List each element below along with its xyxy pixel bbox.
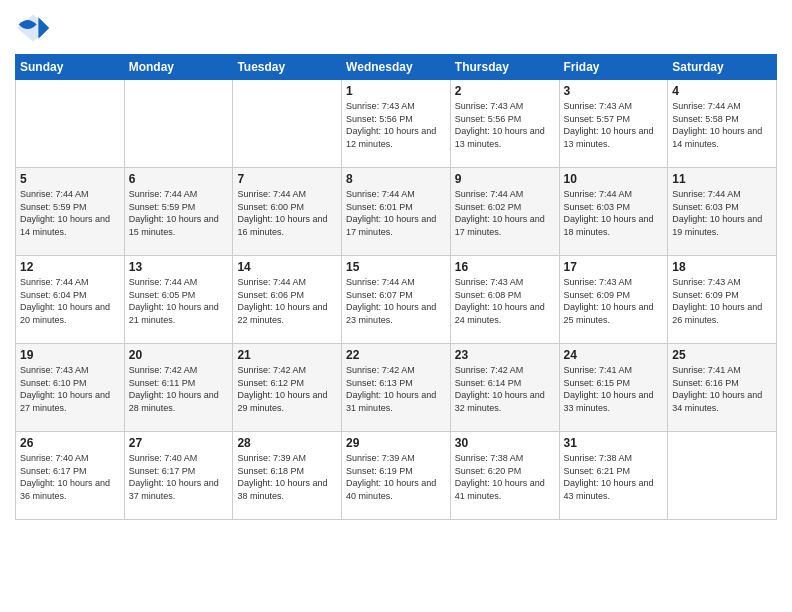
day-info: Sunrise: 7:42 AMSunset: 6:14 PMDaylight:… (455, 364, 555, 414)
day-cell: 23Sunrise: 7:42 AMSunset: 6:14 PMDayligh… (450, 344, 559, 432)
day-info: Sunrise: 7:44 AMSunset: 6:06 PMDaylight:… (237, 276, 337, 326)
week-row-3: 12Sunrise: 7:44 AMSunset: 6:04 PMDayligh… (16, 256, 777, 344)
day-cell (233, 80, 342, 168)
day-number: 20 (129, 348, 229, 362)
day-cell: 28Sunrise: 7:39 AMSunset: 6:18 PMDayligh… (233, 432, 342, 520)
day-number: 22 (346, 348, 446, 362)
day-cell: 4Sunrise: 7:44 AMSunset: 5:58 PMDaylight… (668, 80, 777, 168)
weekday-header-monday: Monday (124, 55, 233, 80)
day-info: Sunrise: 7:40 AMSunset: 6:17 PMDaylight:… (20, 452, 120, 502)
day-cell: 2Sunrise: 7:43 AMSunset: 5:56 PMDaylight… (450, 80, 559, 168)
day-cell: 24Sunrise: 7:41 AMSunset: 6:15 PMDayligh… (559, 344, 668, 432)
day-cell: 31Sunrise: 7:38 AMSunset: 6:21 PMDayligh… (559, 432, 668, 520)
day-cell (668, 432, 777, 520)
day-cell: 26Sunrise: 7:40 AMSunset: 6:17 PMDayligh… (16, 432, 125, 520)
day-info: Sunrise: 7:44 AMSunset: 5:58 PMDaylight:… (672, 100, 772, 150)
day-info: Sunrise: 7:43 AMSunset: 6:09 PMDaylight:… (672, 276, 772, 326)
day-cell: 6Sunrise: 7:44 AMSunset: 5:59 PMDaylight… (124, 168, 233, 256)
week-row-5: 26Sunrise: 7:40 AMSunset: 6:17 PMDayligh… (16, 432, 777, 520)
day-info: Sunrise: 7:38 AMSunset: 6:21 PMDaylight:… (564, 452, 664, 502)
week-row-2: 5Sunrise: 7:44 AMSunset: 5:59 PMDaylight… (16, 168, 777, 256)
day-number: 14 (237, 260, 337, 274)
day-info: Sunrise: 7:41 AMSunset: 6:15 PMDaylight:… (564, 364, 664, 414)
day-number: 1 (346, 84, 446, 98)
day-number: 24 (564, 348, 664, 362)
weekday-header-sunday: Sunday (16, 55, 125, 80)
day-cell: 12Sunrise: 7:44 AMSunset: 6:04 PMDayligh… (16, 256, 125, 344)
day-number: 8 (346, 172, 446, 186)
day-number: 15 (346, 260, 446, 274)
day-cell: 8Sunrise: 7:44 AMSunset: 6:01 PMDaylight… (342, 168, 451, 256)
day-info: Sunrise: 7:42 AMSunset: 6:11 PMDaylight:… (129, 364, 229, 414)
week-row-1: 1Sunrise: 7:43 AMSunset: 5:56 PMDaylight… (16, 80, 777, 168)
day-info: Sunrise: 7:42 AMSunset: 6:12 PMDaylight:… (237, 364, 337, 414)
day-number: 18 (672, 260, 772, 274)
day-info: Sunrise: 7:38 AMSunset: 6:20 PMDaylight:… (455, 452, 555, 502)
day-info: Sunrise: 7:44 AMSunset: 6:07 PMDaylight:… (346, 276, 446, 326)
day-number: 5 (20, 172, 120, 186)
day-cell (124, 80, 233, 168)
day-cell: 5Sunrise: 7:44 AMSunset: 5:59 PMDaylight… (16, 168, 125, 256)
day-cell: 9Sunrise: 7:44 AMSunset: 6:02 PMDaylight… (450, 168, 559, 256)
day-info: Sunrise: 7:43 AMSunset: 5:57 PMDaylight:… (564, 100, 664, 150)
day-number: 25 (672, 348, 772, 362)
day-cell: 10Sunrise: 7:44 AMSunset: 6:03 PMDayligh… (559, 168, 668, 256)
day-cell: 11Sunrise: 7:44 AMSunset: 6:03 PMDayligh… (668, 168, 777, 256)
day-number: 6 (129, 172, 229, 186)
day-number: 7 (237, 172, 337, 186)
day-cell: 20Sunrise: 7:42 AMSunset: 6:11 PMDayligh… (124, 344, 233, 432)
day-number: 21 (237, 348, 337, 362)
day-number: 28 (237, 436, 337, 450)
weekday-header-thursday: Thursday (450, 55, 559, 80)
day-info: Sunrise: 7:44 AMSunset: 6:02 PMDaylight:… (455, 188, 555, 238)
day-number: 23 (455, 348, 555, 362)
day-number: 19 (20, 348, 120, 362)
day-info: Sunrise: 7:42 AMSunset: 6:13 PMDaylight:… (346, 364, 446, 414)
day-cell: 18Sunrise: 7:43 AMSunset: 6:09 PMDayligh… (668, 256, 777, 344)
header (15, 10, 777, 46)
day-number: 27 (129, 436, 229, 450)
day-number: 10 (564, 172, 664, 186)
day-cell: 30Sunrise: 7:38 AMSunset: 6:20 PMDayligh… (450, 432, 559, 520)
day-number: 30 (455, 436, 555, 450)
day-cell: 14Sunrise: 7:44 AMSunset: 6:06 PMDayligh… (233, 256, 342, 344)
weekday-header-wednesday: Wednesday (342, 55, 451, 80)
day-number: 16 (455, 260, 555, 274)
day-info: Sunrise: 7:44 AMSunset: 6:00 PMDaylight:… (237, 188, 337, 238)
day-cell: 13Sunrise: 7:44 AMSunset: 6:05 PMDayligh… (124, 256, 233, 344)
day-cell: 21Sunrise: 7:42 AMSunset: 6:12 PMDayligh… (233, 344, 342, 432)
day-cell: 25Sunrise: 7:41 AMSunset: 6:16 PMDayligh… (668, 344, 777, 432)
day-info: Sunrise: 7:44 AMSunset: 6:04 PMDaylight:… (20, 276, 120, 326)
weekday-header-row: SundayMondayTuesdayWednesdayThursdayFrid… (16, 55, 777, 80)
logo-icon (15, 10, 51, 46)
day-info: Sunrise: 7:43 AMSunset: 5:56 PMDaylight:… (346, 100, 446, 150)
day-cell: 1Sunrise: 7:43 AMSunset: 5:56 PMDaylight… (342, 80, 451, 168)
day-cell (16, 80, 125, 168)
day-info: Sunrise: 7:44 AMSunset: 6:01 PMDaylight:… (346, 188, 446, 238)
day-info: Sunrise: 7:44 AMSunset: 6:05 PMDaylight:… (129, 276, 229, 326)
day-number: 3 (564, 84, 664, 98)
weekday-header-tuesday: Tuesday (233, 55, 342, 80)
day-number: 9 (455, 172, 555, 186)
day-info: Sunrise: 7:44 AMSunset: 6:03 PMDaylight:… (672, 188, 772, 238)
day-info: Sunrise: 7:43 AMSunset: 6:09 PMDaylight:… (564, 276, 664, 326)
day-number: 26 (20, 436, 120, 450)
day-number: 4 (672, 84, 772, 98)
page: SundayMondayTuesdayWednesdayThursdayFrid… (0, 0, 792, 612)
day-number: 29 (346, 436, 446, 450)
day-info: Sunrise: 7:44 AMSunset: 5:59 PMDaylight:… (129, 188, 229, 238)
day-cell: 3Sunrise: 7:43 AMSunset: 5:57 PMDaylight… (559, 80, 668, 168)
day-cell: 15Sunrise: 7:44 AMSunset: 6:07 PMDayligh… (342, 256, 451, 344)
day-info: Sunrise: 7:39 AMSunset: 6:18 PMDaylight:… (237, 452, 337, 502)
day-cell: 16Sunrise: 7:43 AMSunset: 6:08 PMDayligh… (450, 256, 559, 344)
weekday-header-saturday: Saturday (668, 55, 777, 80)
week-row-4: 19Sunrise: 7:43 AMSunset: 6:10 PMDayligh… (16, 344, 777, 432)
day-cell: 7Sunrise: 7:44 AMSunset: 6:00 PMDaylight… (233, 168, 342, 256)
day-info: Sunrise: 7:40 AMSunset: 6:17 PMDaylight:… (129, 452, 229, 502)
day-number: 12 (20, 260, 120, 274)
day-cell: 27Sunrise: 7:40 AMSunset: 6:17 PMDayligh… (124, 432, 233, 520)
day-cell: 19Sunrise: 7:43 AMSunset: 6:10 PMDayligh… (16, 344, 125, 432)
day-cell: 29Sunrise: 7:39 AMSunset: 6:19 PMDayligh… (342, 432, 451, 520)
day-info: Sunrise: 7:43 AMSunset: 6:08 PMDaylight:… (455, 276, 555, 326)
day-info: Sunrise: 7:43 AMSunset: 5:56 PMDaylight:… (455, 100, 555, 150)
